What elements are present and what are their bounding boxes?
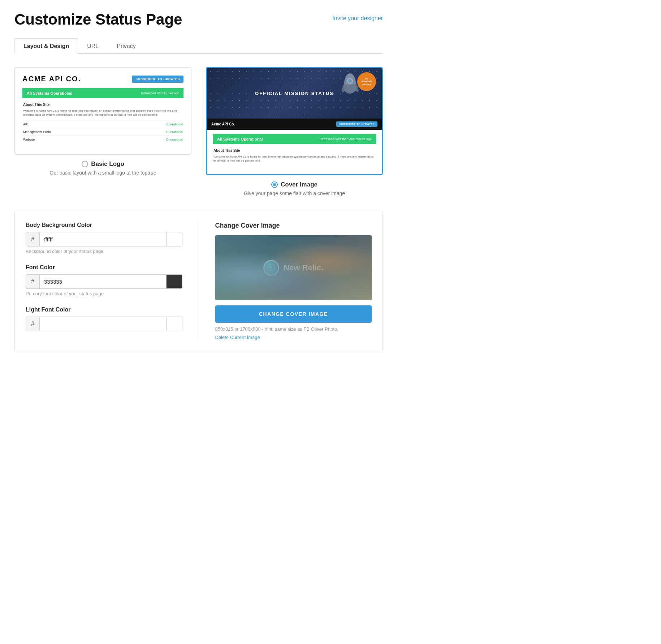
basic-logo-label-text: Basic Logo bbox=[91, 160, 124, 168]
service-status-portal: Operational bbox=[166, 130, 183, 134]
cover-about-title: About This Site bbox=[213, 149, 375, 153]
cover-image-label: Cover Image bbox=[271, 181, 317, 188]
body-bg-input-wrapper: # bbox=[26, 232, 182, 246]
body-bg-hint: Background color of your status page bbox=[26, 249, 182, 254]
font-color-swatch[interactable] bbox=[166, 275, 182, 288]
basic-status-bar: All Systems Operational Refreshed 42 min… bbox=[22, 88, 183, 98]
service-row-website: Website Operational bbox=[23, 136, 183, 143]
radio-dot-selected bbox=[273, 183, 276, 186]
font-color-input-wrapper: # bbox=[26, 274, 182, 289]
font-color-input[interactable] bbox=[40, 275, 166, 288]
service-row-api: API Operational bbox=[23, 120, 183, 128]
layout-options: ACME API CO. SUBSCRIBE TO UPDATES All Sy… bbox=[14, 67, 383, 196]
body-bg-swatch[interactable] bbox=[166, 232, 182, 246]
cover-subscribe-btn: SUBSCRIBE TO UPDATES bbox=[336, 121, 377, 127]
cover-image-hint: 850x315 or 1700x630 - hint: same size as… bbox=[215, 326, 372, 332]
basic-about-title: About This Site bbox=[23, 103, 183, 107]
basic-preview-content: ACME API CO. SUBSCRIBE TO UPDATES All Sy… bbox=[15, 68, 191, 154]
cover-preview-body: All Systems Operational Refreshed less t… bbox=[207, 130, 382, 174]
cover-image-label-text: Cover Image bbox=[281, 181, 317, 188]
delete-current-image-link[interactable]: Delete Current Image bbox=[215, 335, 260, 340]
cover-logo-badge: the ACME API company bbox=[357, 72, 376, 91]
basic-logo-text: ACME API CO. bbox=[22, 75, 81, 83]
service-status-api: Operational bbox=[166, 123, 183, 126]
body-bg-field-group: Body Background Color # Background color… bbox=[26, 222, 182, 254]
basic-about-section: About This Site Welcome to Acme API Co.'… bbox=[22, 103, 183, 147]
basic-logo-label: Basic Logo bbox=[82, 160, 124, 168]
tab-url[interactable]: URL bbox=[78, 38, 108, 54]
body-bg-label: Body Background Color bbox=[26, 222, 182, 228]
cover-bottom-bar: Acme API Co. SUBSCRIBE TO UPDATES bbox=[207, 119, 382, 130]
light-font-color-label: Light Font Color bbox=[26, 306, 182, 313]
font-color-hint: Primary font color of your status page bbox=[26, 291, 182, 296]
basic-about-text: Welcome to Acme API Co.'s home for real-… bbox=[23, 109, 183, 117]
invite-designer-link[interactable]: Invite your designer bbox=[332, 15, 383, 22]
basic-logo-preview-card[interactable]: ACME API CO. SUBSCRIBE TO UPDATES All Sy… bbox=[14, 67, 191, 155]
basic-preview-header: ACME API CO. SUBSCRIBE TO UPDATES bbox=[22, 75, 183, 83]
service-name-website: Website bbox=[23, 138, 35, 141]
service-row-portal: Management Portal Operational bbox=[23, 128, 183, 136]
layout-option-cover: the ACME API company OFFICIAL MISSION ST… bbox=[206, 67, 383, 196]
font-color-hash: # bbox=[26, 275, 40, 288]
rocket-icon bbox=[340, 71, 360, 101]
basic-refreshed-text: Refreshed 42 minutes ago bbox=[141, 91, 179, 95]
basic-subscribe-btn: SUBSCRIBE TO UPDATES bbox=[132, 76, 183, 83]
basic-logo-desc: Our basic layout with a small logo at th… bbox=[50, 170, 156, 176]
font-color-label: Font Color bbox=[26, 264, 182, 271]
cover-image-desc: Give your page some flair with a cover i… bbox=[244, 190, 345, 196]
cover-mission-title: OFFICIAL MISSION STATUS bbox=[255, 91, 334, 96]
badge-line1: the bbox=[365, 78, 368, 80]
cover-bg-people bbox=[215, 235, 372, 300]
badge-line3: company bbox=[362, 83, 371, 86]
settings-right: Change Cover Image New Relic. CHANGE COV… bbox=[212, 222, 372, 341]
service-name-api: API bbox=[23, 123, 29, 126]
basic-status-text: All Systems Operational bbox=[27, 91, 73, 95]
page-header: Customize Status Page Invite your design… bbox=[14, 11, 383, 28]
cover-image-radio[interactable] bbox=[271, 181, 278, 188]
cover-company-name: Acme API Co. bbox=[211, 122, 235, 126]
cover-preview-img: the ACME API company OFFICIAL MISSION ST… bbox=[207, 68, 382, 119]
tab-privacy[interactable]: Privacy bbox=[108, 38, 144, 54]
font-color-field-group: Font Color # Primary font color of your … bbox=[26, 264, 182, 296]
light-font-color-field-group: Light Font Color # bbox=[26, 306, 182, 331]
badge-line2: ACME API bbox=[361, 80, 372, 83]
settings-left: Body Background Color # Background color… bbox=[26, 222, 197, 341]
change-cover-image-button[interactable]: CHANGE COVER IMAGE bbox=[215, 305, 372, 323]
page-title: Customize Status Page bbox=[14, 11, 182, 28]
cover-refreshed-text: Refreshed less than one minute ago bbox=[319, 137, 372, 141]
cover-about-text: Welcome to Acme API Co.'s home for real-… bbox=[213, 155, 375, 163]
tabs-container: Layout & Design URL Privacy bbox=[14, 38, 383, 54]
cover-about-section: About This Site Welcome to Acme API Co.'… bbox=[213, 149, 376, 170]
basic-logo-radio[interactable] bbox=[82, 161, 88, 167]
light-font-input[interactable] bbox=[40, 317, 166, 331]
cover-status-bar: All Systems Operational Refreshed less t… bbox=[213, 134, 376, 144]
body-bg-hash: # bbox=[26, 232, 40, 246]
settings-section: Body Background Color # Background color… bbox=[14, 211, 383, 352]
layout-option-basic: ACME API CO. SUBSCRIBE TO UPDATES All Sy… bbox=[14, 67, 191, 196]
cover-image-thumbnail: New Relic. bbox=[215, 235, 372, 300]
svg-point-2 bbox=[348, 79, 352, 83]
body-bg-input[interactable] bbox=[40, 232, 166, 246]
cover-status-text: All Systems Operational bbox=[217, 137, 263, 141]
tab-layout-design[interactable]: Layout & Design bbox=[14, 38, 78, 54]
light-font-hash: # bbox=[26, 317, 40, 331]
service-status-website: Operational bbox=[166, 138, 183, 141]
cover-image-preview-card[interactable]: the ACME API company OFFICIAL MISSION ST… bbox=[206, 67, 383, 175]
service-name-portal: Management Portal bbox=[23, 130, 52, 134]
light-font-color-input-wrapper: # bbox=[26, 317, 182, 331]
cover-image-section-title: Change Cover Image bbox=[215, 222, 372, 229]
light-font-swatch[interactable] bbox=[166, 317, 182, 331]
